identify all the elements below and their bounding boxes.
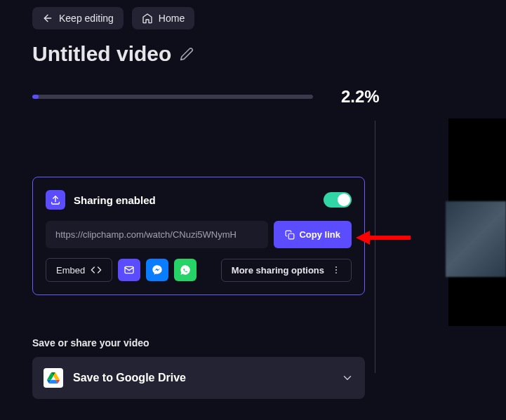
whatsapp-icon[interactable] — [174, 259, 197, 281]
page-title: Untitled video — [32, 42, 171, 66]
scroll-divider — [375, 121, 375, 373]
pencil-icon[interactable] — [180, 47, 194, 61]
copy-link-button[interactable]: Copy link — [274, 221, 352, 248]
more-vertical-icon — [331, 265, 341, 275]
upload-icon — [46, 190, 65, 210]
embed-label: Embed — [56, 265, 85, 276]
save-section-label: Save or share your video — [32, 337, 474, 348]
home-icon — [142, 13, 153, 24]
chevron-down-icon — [341, 372, 354, 384]
progress-fill — [32, 95, 39, 99]
copy-icon — [285, 230, 295, 240]
sharing-header: Sharing enabled — [46, 190, 352, 210]
home-button[interactable]: Home — [132, 7, 194, 29]
svg-point-4 — [335, 266, 337, 268]
header-nav: Keep editing Home — [0, 0, 506, 29]
video-preview — [448, 118, 506, 326]
copy-link-label: Copy link — [299, 229, 340, 240]
video-preview-frame — [446, 201, 506, 277]
svg-point-5 — [335, 269, 337, 271]
annotation-arrow — [356, 231, 411, 245]
home-label: Home — [159, 13, 185, 24]
arrow-left-icon — [42, 13, 53, 24]
messenger-icon[interactable] — [146, 259, 168, 281]
more-sharing-button[interactable]: More sharing options — [221, 259, 352, 282]
progress-row: 2.2% — [0, 66, 506, 107]
google-drive-icon — [44, 368, 63, 388]
save-google-drive-card[interactable]: Save to Google Drive — [32, 357, 365, 399]
sharing-card: Sharing enabled Copy link Embed — [32, 177, 365, 295]
share-url-input[interactable] — [46, 221, 268, 248]
svg-point-6 — [335, 272, 337, 273]
more-sharing-label: More sharing options — [232, 265, 324, 276]
progress-bar — [32, 95, 313, 99]
keep-editing-button[interactable]: Keep editing — [32, 7, 124, 29]
embed-button[interactable]: Embed — [46, 258, 112, 282]
sharing-toggle[interactable] — [324, 192, 352, 208]
sharing-title: Sharing enabled — [74, 194, 315, 206]
keep-editing-label: Keep editing — [59, 13, 114, 24]
svg-rect-2 — [289, 233, 295, 239]
code-icon — [91, 264, 102, 276]
title-row: Untitled video — [0, 29, 506, 66]
share-actions: Embed More sharing options — [46, 258, 352, 282]
link-row: Copy link — [46, 221, 352, 248]
toggle-knob — [338, 194, 350, 206]
save-google-drive-label: Save to Google Drive — [73, 372, 331, 384]
email-icon[interactable] — [118, 259, 140, 281]
progress-percent: 2.2% — [341, 87, 380, 107]
